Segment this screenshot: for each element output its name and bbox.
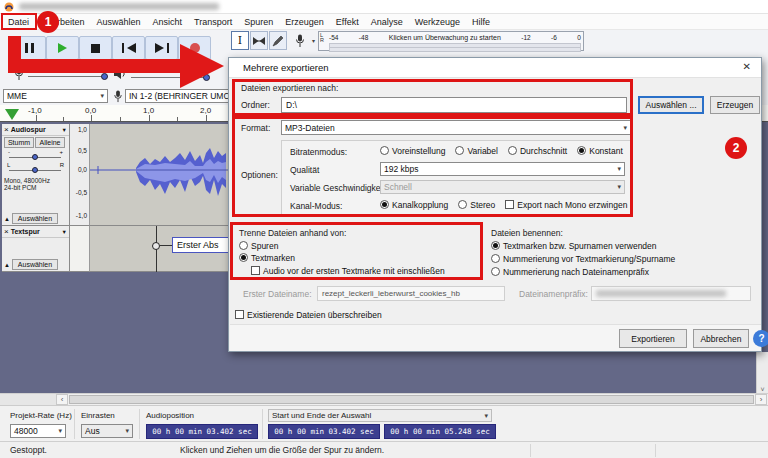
play-button[interactable] [46,36,79,60]
audio-track-close-icon[interactable]: × [4,125,9,134]
menu-spuren[interactable]: Spuren [239,16,278,28]
audio-track-collapse-icon[interactable]: ▲ [4,216,10,222]
audio-track-ruler: 1,0 0,5 0,0 -0,5 -1,0 [70,124,90,226]
scroll-right-button[interactable]: › [755,394,767,405]
radio-voreinstellung[interactable]: Voreinstellung [380,146,445,156]
ruler-tick-label: 0,0 [85,106,96,115]
bitrate-mode-radios: Voreinstellung Variabel Durchschnitt Kon… [380,146,623,156]
envelope-tool-button[interactable] [250,31,268,50]
menu-analyse[interactable]: Analyse [366,16,408,28]
menu-auswaehlen[interactable]: Auswählen [92,16,146,28]
label-track-close-icon[interactable]: × [4,227,9,236]
audio-track-format-line2: 24-bit PCM [4,184,67,191]
help-button[interactable]: ? [753,330,768,347]
stop-button[interactable] [79,36,112,60]
export-button[interactable]: Exportieren [619,329,687,348]
label-track-select-button[interactable]: Auswählen [12,259,58,270]
menu-ansicht[interactable]: Ansicht [148,16,188,28]
waveform [90,124,230,226]
selection-end-display[interactable]: 00 h 00 min 05.248 sec [384,424,496,439]
ruler-tick [120,117,121,121]
annotation-step-2: 2 [725,137,747,159]
label-track-collapse-icon[interactable]: ▲ [4,262,10,268]
stop-icon [91,44,100,53]
timeline-pin-icon[interactable] [5,109,19,120]
checkbox-include-audio[interactable]: Audio vor der ersten Textmarke mit einsc… [251,266,445,276]
selection-start-display[interactable]: 00 h 00 min 03.402 sec [268,424,380,439]
vertical-scrollbar[interactable]: ˅ [756,352,768,393]
meter-caret-icon: ▾ [312,37,315,44]
recording-meter[interactable]: LR -54-48Klicken um Überwachung zu start… [318,31,584,51]
pan-slider-thumb[interactable] [32,167,38,173]
audio-track-select-button[interactable]: Auswählen [12,213,58,224]
meter-scale: -54-48Klicken um Überwachung zu starten-… [329,33,581,42]
snap-dropdown[interactable]: Aus▾ [81,424,133,438]
meter-mic-button[interactable]: ▾ [292,31,316,51]
solo-button[interactable]: Alleine [35,137,65,148]
dialog-close-icon[interactable]: ✕ [743,61,751,72]
project-rate-dropdown[interactable]: 48000▾ [10,424,66,438]
radio-stereo[interactable]: Stereo [458,200,495,210]
format-value: MP3-Dateien [285,123,335,133]
scroll-left-button[interactable]: ‹ [56,394,68,405]
tools-toolbar: I [231,31,287,50]
radio-konstant[interactable]: Konstant [577,146,623,156]
radio-variabel[interactable]: Variabel [455,146,498,156]
menu-erzeugen[interactable]: Erzeugen [280,16,329,28]
skip-to-end-button[interactable] [145,36,178,60]
skip-to-start-button[interactable] [112,36,145,60]
create-folder-button[interactable]: Erzeugen [710,96,760,114]
format-label: Format: [241,123,270,133]
gain-slider[interactable] [9,157,61,158]
dialog-titlebar[interactable]: Mehrere exportieren ✕ [229,58,761,78]
chevron-down-icon: ▾ [617,183,621,191]
audio-position-display[interactable]: 00 h 00 min 03.402 sec [146,424,258,439]
radio-number-after-prefix[interactable]: Nummerierung nach Dateinamenpräfix [491,267,649,277]
scrollbar-corner [0,394,56,405]
horizontal-scrollbar[interactable]: ‹ › [0,393,768,405]
gain-max-label: + [59,149,63,155]
ruler-tick [149,115,150,121]
radio-spuren[interactable]: Spuren [239,241,278,251]
recording-volume-thumb[interactable] [101,73,108,80]
radio-durchschnitt[interactable]: Durchschnitt [508,146,567,156]
label-marker-handle[interactable] [152,242,160,250]
radio-number-before[interactable]: Nummerierung vor Textmarkierung/Spurname [491,254,675,264]
draw-tool-button[interactable] [269,31,287,50]
pan-slider[interactable] [9,170,61,171]
label-track-name[interactable]: Textspur [11,228,40,235]
quality-dropdown[interactable]: 192 kbps▾ [380,162,625,176]
radio-kanalkopplung[interactable]: Kanalkopplung [380,200,448,210]
menu-datei[interactable]: Datei [3,16,34,28]
audio-track-name[interactable]: Audiospur [11,126,46,133]
menu-werkzeuge[interactable]: Werkzeuge [410,16,465,28]
cancel-button[interactable]: Abbrechen [693,329,749,348]
recording-volume-slider[interactable] [28,76,108,77]
audio-host-dropdown[interactable]: MME▾ [3,89,108,103]
menu-effekt[interactable]: Effekt [331,16,364,28]
choose-folder-button[interactable]: Auswählen ... [638,96,704,114]
radio-textmarken[interactable]: Textmarken [239,253,295,263]
radio-use-label-names[interactable]: Textmarken bzw. Spurnamen verwenden [491,241,657,251]
scroll-down-icon[interactable]: ˅ [757,386,768,393]
selection-tool-button[interactable]: I [231,31,249,50]
gain-slider-thumb[interactable] [32,154,38,160]
menu-hilfe[interactable]: Hilfe [467,16,495,28]
pause-icon [25,43,28,53]
scrollbar-thumb[interactable] [69,395,754,404]
label-track-menu-icon[interactable]: ▼ [62,229,67,235]
radio-icon [491,267,500,276]
radio-icon [491,254,500,263]
mute-button[interactable]: Stumm [4,137,34,148]
audio-track-menu-icon[interactable]: ▼ [62,127,67,133]
selection-mode-dropdown[interactable]: Start und Ende der Auswahl ▾ [268,409,492,422]
checkbox-icon [505,200,514,209]
meter-monitor-hint: Klicken um Überwachung zu starten [389,34,501,41]
format-dropdown[interactable]: MP3-Dateien▾ [281,120,631,135]
folder-input[interactable]: D:\ [281,97,627,113]
window-title-redacted [19,3,219,10]
menu-transport[interactable]: Transport [189,16,237,28]
checkbox-overwrite[interactable]: Existierende Dateien überschreiben [235,310,382,320]
checkbox-force-mono[interactable]: Export nach Mono erzwingen [505,200,627,210]
menu-bar: Datei Bearbeiten Auswählen Ansicht Trans… [0,14,768,30]
